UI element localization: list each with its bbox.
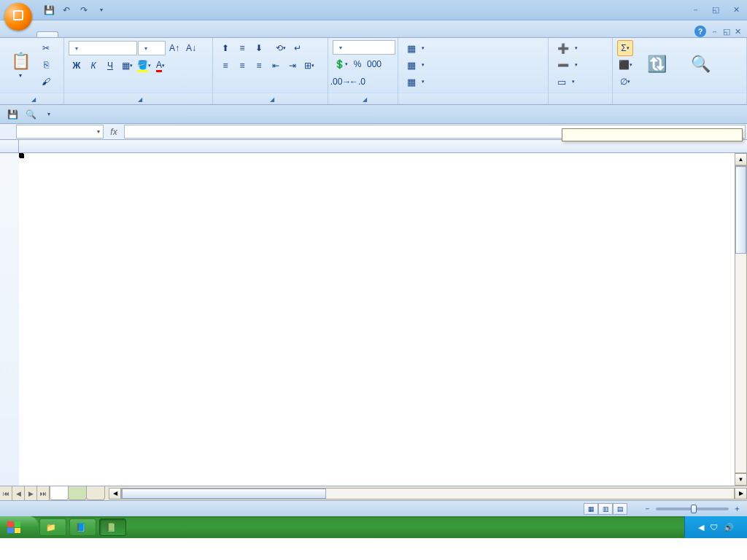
- save-icon[interactable]: 💾: [4, 107, 20, 122]
- tab-formulas[interactable]: [99, 32, 120, 37]
- tray-icon[interactable]: ◀: [698, 523, 704, 532]
- cut-icon[interactable]: ✂: [38, 40, 54, 56]
- decrease-indent-icon[interactable]: ⇤: [268, 58, 284, 74]
- sheet-tab[interactable]: [68, 486, 87, 500]
- office-button[interactable]: [4, 3, 32, 31]
- grow-font-icon[interactable]: A↑: [166, 40, 182, 56]
- tray-icon[interactable]: 🛡: [710, 523, 718, 532]
- scroll-right-icon[interactable]: ▶: [735, 488, 747, 499]
- taskbar-item[interactable]: 📗: [99, 518, 126, 536]
- decrease-decimal-icon[interactable]: ←.0: [349, 74, 365, 90]
- increase-decimal-icon[interactable]: .00→: [333, 74, 349, 90]
- qat-more-icon[interactable]: ▾: [41, 107, 57, 122]
- font-name-combo[interactable]: ▾: [69, 41, 137, 55]
- tray-icon[interactable]: 🔊: [724, 523, 734, 532]
- align-middle-icon[interactable]: ≡: [234, 40, 250, 56]
- wrap-text-icon[interactable]: ↵: [290, 40, 306, 56]
- vertical-scrollbar[interactable]: ▲ ▼: [735, 153, 747, 486]
- sheet-tab[interactable]: [86, 486, 105, 500]
- paste-button[interactable]: 📋▾: [4, 40, 36, 90]
- italic-icon[interactable]: К: [85, 58, 101, 74]
- close-button[interactable]: ✕: [728, 4, 744, 17]
- save-icon[interactable]: 💾: [41, 2, 57, 18]
- border-icon[interactable]: ▦▾: [119, 58, 135, 74]
- preview-icon[interactable]: 🔍: [23, 107, 39, 122]
- doc-minimize-button[interactable]: －: [711, 26, 719, 37]
- sort-filter-button[interactable]: 🔃: [635, 40, 678, 90]
- worksheet-grid[interactable]: ▲ ▼ ⏮ ◀ ▶ ⏭ ◀ ▶: [0, 140, 747, 500]
- insert-cells-button[interactable]: ➕▾: [553, 40, 582, 56]
- cell-styles-button[interactable]: ▦▾: [403, 74, 429, 90]
- help-icon[interactable]: ?: [694, 26, 706, 37]
- tab-page-layout[interactable]: [79, 32, 99, 37]
- zoom-in-icon[interactable]: ＋: [733, 503, 741, 514]
- redo-icon[interactable]: ↷: [76, 2, 92, 18]
- autosum-icon[interactable]: Σ▾: [617, 40, 633, 56]
- currency-icon[interactable]: 💲▾: [333, 56, 349, 72]
- find-select-button[interactable]: 🔍: [680, 40, 721, 90]
- scroll-left-icon[interactable]: ◀: [109, 488, 121, 499]
- dialog-launcher-icon[interactable]: ◢: [363, 96, 367, 103]
- align-top-icon[interactable]: ⬆: [217, 40, 233, 56]
- copy-icon[interactable]: ⎘: [38, 57, 54, 73]
- minimize-button[interactable]: －: [687, 4, 703, 17]
- sheet-nav-last-icon[interactable]: ⏭: [37, 486, 50, 500]
- doc-restore-button[interactable]: ◱: [723, 27, 730, 36]
- align-left-icon[interactable]: ≡: [217, 58, 233, 74]
- clear-icon[interactable]: ∅▾: [617, 74, 633, 90]
- sheet-nav-first-icon[interactable]: ⏮: [0, 486, 12, 500]
- font-color-icon[interactable]: A▾: [152, 58, 169, 74]
- shrink-font-icon[interactable]: A↓: [183, 40, 199, 56]
- orientation-icon[interactable]: ⟲▾: [273, 40, 289, 56]
- scroll-up-icon[interactable]: ▲: [735, 153, 747, 166]
- align-bottom-icon[interactable]: ⬇: [251, 40, 267, 56]
- view-break-icon[interactable]: ▤: [613, 503, 627, 515]
- bold-icon[interactable]: Ж: [69, 58, 85, 74]
- format-as-table-button[interactable]: ▦▾: [403, 57, 429, 73]
- horizontal-scrollbar[interactable]: ◀ ▶: [109, 486, 747, 500]
- dialog-launcher-icon[interactable]: ◢: [270, 96, 274, 103]
- delete-cells-button[interactable]: ➖▾: [553, 57, 582, 73]
- tab-review[interactable]: [140, 32, 160, 37]
- sheet-tab[interactable]: [50, 486, 69, 500]
- dialog-launcher-icon[interactable]: ◢: [138, 96, 142, 103]
- align-center-icon[interactable]: ≡: [234, 58, 250, 74]
- taskbar-item[interactable]: 📘: [69, 518, 96, 536]
- percent-icon[interactable]: %: [349, 56, 365, 72]
- sheet-nav-prev-icon[interactable]: ◀: [12, 486, 25, 500]
- merge-icon[interactable]: ⊞▾: [301, 58, 317, 74]
- scroll-down-icon[interactable]: ▼: [735, 473, 747, 486]
- dialog-launcher-icon[interactable]: ◢: [31, 96, 36, 103]
- tab-view[interactable]: [160, 32, 181, 37]
- sheet-nav-next-icon[interactable]: ▶: [25, 486, 37, 500]
- qat-more-icon[interactable]: ▾: [93, 2, 109, 18]
- tab-insert[interactable]: [58, 32, 79, 37]
- fill-icon[interactable]: ⬛▾: [617, 57, 633, 73]
- tab-home[interactable]: [36, 31, 58, 37]
- format-cells-button[interactable]: ▭▾: [553, 74, 582, 90]
- select-all-corner[interactable]: [0, 140, 19, 152]
- align-right-icon[interactable]: ≡: [251, 58, 267, 74]
- scroll-thumb[interactable]: [735, 166, 746, 254]
- taskbar-item[interactable]: 📁: [39, 518, 66, 536]
- doc-close-button[interactable]: ✕: [735, 27, 741, 36]
- name-box[interactable]: ▾: [16, 125, 104, 139]
- underline-icon[interactable]: Ч: [102, 58, 118, 74]
- zoom-slider[interactable]: [656, 508, 729, 510]
- fill-color-icon[interactable]: 🪣▾: [136, 58, 152, 74]
- tab-data[interactable]: [120, 32, 140, 37]
- restore-button[interactable]: ◱: [708, 4, 724, 17]
- view-normal-icon[interactable]: ▦: [584, 503, 598, 515]
- scroll-thumb[interactable]: [122, 489, 326, 499]
- start-button[interactable]: [0, 516, 38, 538]
- font-size-combo[interactable]: ▾: [138, 41, 166, 55]
- undo-icon[interactable]: ↶: [58, 2, 74, 18]
- format-painter-icon[interactable]: 🖌: [38, 74, 54, 90]
- cells-area[interactable]: [19, 153, 747, 486]
- fx-icon[interactable]: fx: [105, 124, 123, 139]
- zoom-out-icon[interactable]: －: [643, 503, 651, 514]
- comma-icon[interactable]: 000: [366, 56, 382, 72]
- conditional-formatting-button[interactable]: ▦▾: [403, 40, 429, 56]
- increase-indent-icon[interactable]: ⇥: [285, 58, 301, 74]
- number-format-combo[interactable]: ▾: [333, 40, 395, 55]
